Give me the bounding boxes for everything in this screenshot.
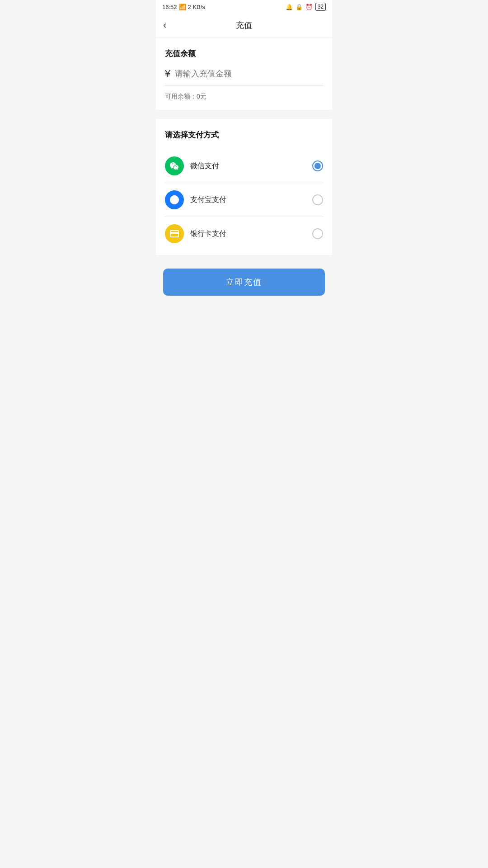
top-nav: ‹ 充值 [156, 14, 332, 38]
bank-card-icon [165, 224, 184, 243]
payment-section-title: 请选择支付方式 [165, 130, 323, 140]
alipay-label: 支付宝支付 [190, 195, 312, 205]
lock-icon: 🔒 [296, 4, 303, 10]
page-title: 充值 [236, 20, 252, 31]
bell-icon: 🔔 [286, 4, 293, 10]
amount-input[interactable] [175, 69, 323, 79]
submit-button[interactable]: 立即充值 [163, 269, 325, 296]
available-balance: 可用余额：0元 [165, 93, 323, 101]
section-spacer [156, 114, 332, 119]
status-time: 16:52 [162, 4, 177, 10]
payment-item-bank[interactable]: 银行卡支付 [165, 217, 323, 250]
back-button[interactable]: ‹ [163, 20, 166, 30]
status-bar: 16:52 📶 2 KB/s 🔔 🔒 ⏰ 32 [156, 0, 332, 14]
wechat-radio[interactable] [312, 160, 323, 171]
bank-card-label: 银行卡支付 [190, 229, 312, 239]
payment-section: 请选择支付方式 微信支付 支付宝支付 银行卡支付 [156, 119, 332, 255]
status-right: 🔔 🔒 ⏰ 32 [286, 3, 326, 11]
alarm-icon: ⏰ [305, 4, 313, 10]
wechat-icon [165, 156, 184, 175]
alipay-radio[interactable] [312, 194, 323, 205]
alipay-svg [169, 194, 180, 205]
bank-svg [169, 228, 180, 239]
signal-icon: 📶 [179, 4, 186, 10]
bank-radio[interactable] [312, 228, 323, 239]
wechat-pay-label: 微信支付 [190, 161, 312, 171]
payment-item-alipay[interactable]: 支付宝支付 [165, 183, 323, 217]
alipay-icon [165, 190, 184, 209]
network-speed: 2 KB/s [188, 4, 205, 10]
battery-icon: 32 [315, 3, 326, 11]
amount-input-row: ¥ [165, 68, 323, 85]
payment-item-wechat[interactable]: 微信支付 [165, 149, 323, 183]
yuan-symbol: ¥ [165, 68, 170, 80]
balance-section: 充值余额 ¥ 可用余额：0元 [156, 38, 332, 110]
wechat-svg [169, 160, 180, 171]
submit-area: 立即充值 [156, 259, 332, 305]
status-left: 16:52 📶 2 KB/s [162, 4, 205, 10]
balance-section-title: 充值余额 [165, 48, 323, 59]
